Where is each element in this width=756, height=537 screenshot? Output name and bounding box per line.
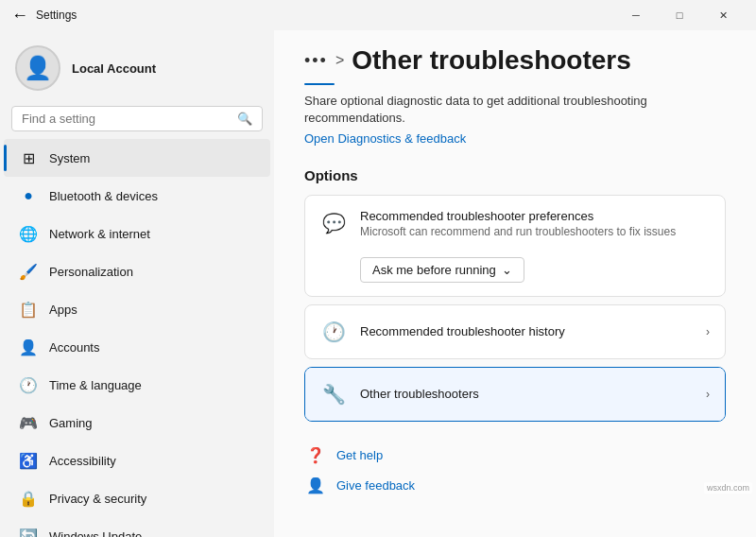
nav-system-label: System	[49, 151, 90, 165]
other-icon: 🔧	[320, 381, 347, 407]
card-other: 🔧 Other troubleshooters ›	[304, 367, 726, 422]
nav-personalization-label: Personalization	[49, 265, 133, 279]
preferences-title: Recommended troubleshooter preferences	[360, 209, 710, 223]
options-title: Options	[304, 167, 726, 183]
history-chevron-icon: ›	[706, 325, 710, 338]
give-feedback-item[interactable]: 👤 Give feedback	[304, 475, 726, 497]
network-icon: 🌐	[19, 224, 38, 243]
preferences-icon: 💬	[320, 210, 347, 236]
history-title: Recommended troubleshooter history	[360, 324, 693, 338]
nav-accounts-label: Accounts	[49, 340, 99, 355]
privacy-icon: 🔒	[19, 489, 38, 508]
card-history-row[interactable]: 🕐 Recommended troubleshooter history ›	[305, 305, 725, 358]
get-help-link[interactable]: Get help	[336, 448, 383, 462]
dropdown-chevron-icon: ⌄	[502, 263, 512, 277]
nav-privacy-label: Privacy & security	[49, 492, 146, 506]
card-preferences: 💬 Recommended troubleshooter preferences…	[304, 195, 726, 297]
breadcrumb-arrow: >	[335, 52, 344, 69]
give-feedback-link[interactable]: Give feedback	[336, 478, 415, 493]
nav-windows-update-label: Windows Update	[49, 529, 142, 538]
dropdown-value: Ask me before running	[372, 263, 496, 277]
nav-apps[interactable]: 📋 Apps	[4, 290, 270, 328]
nav-time[interactable]: 🕐 Time & language	[4, 366, 270, 404]
title-bar-title: Settings	[36, 9, 77, 22]
nav-gaming-label: Gaming	[49, 416, 93, 430]
bluetooth-icon: ●	[19, 186, 38, 205]
windows-update-icon: 🔄	[19, 527, 38, 537]
title-bar-controls: ─ □ ✕	[614, 0, 745, 30]
search-input[interactable]	[22, 112, 230, 126]
preferences-dropdown[interactable]: Ask me before running ⌄	[360, 257, 524, 283]
description-text: Share optional diagnostic data to get ad…	[304, 94, 647, 125]
other-title: Other troubleshooters	[360, 387, 693, 401]
history-text: Recommended troubleshooter history	[360, 324, 693, 338]
nav-time-label: Time & language	[49, 378, 142, 392]
nav-apps-label: Apps	[49, 303, 77, 317]
get-help-item[interactable]: ❓ Get help	[304, 444, 726, 467]
nav-bluetooth-label: Bluetooth & devices	[49, 189, 158, 203]
card-other-row[interactable]: 🔧 Other troubleshooters ›	[305, 368, 725, 421]
footer-links: ❓ Get help 👤 Give feedback	[274, 429, 756, 497]
other-text: Other troubleshooters	[360, 387, 693, 401]
nav-personalization[interactable]: 🖌️ Personalization	[4, 252, 270, 290]
nav-accounts[interactable]: 👤 Accounts	[4, 328, 270, 366]
nav-accessibility-label: Accessibility	[49, 454, 116, 468]
content-description: Share optional diagnostic data to get ad…	[274, 93, 756, 152]
accessibility-icon: ♿	[19, 451, 38, 470]
avatar-icon: 👤	[24, 55, 52, 81]
give-feedback-icon: 👤	[304, 475, 327, 497]
user-name: Local Account	[72, 61, 156, 76]
options-section: Options 💬 Recommended troubleshooter pre…	[274, 152, 756, 422]
breadcrumb-dots: •••	[304, 51, 328, 71]
avatar: 👤	[15, 45, 60, 91]
diagnostics-link[interactable]: Open Diagnostics & feedback	[304, 130, 466, 147]
maximize-button[interactable]: □	[658, 0, 701, 30]
content-area: ••• > Other troubleshooters Share option…	[274, 30, 756, 537]
get-help-icon: ❓	[304, 444, 327, 467]
search-icon: 🔍	[237, 112, 252, 126]
card-history: 🕐 Recommended troubleshooter history ›	[304, 304, 726, 359]
preferences-dropdown-row: Ask me before running ⌄	[305, 251, 725, 296]
other-chevron-icon: ›	[706, 388, 710, 401]
nav-accessibility[interactable]: ♿ Accessibility	[4, 442, 270, 479]
back-button[interactable]: ←	[11, 6, 28, 26]
header-accent-line	[304, 83, 726, 85]
watermark: wsxdn.com	[704, 482, 752, 494]
nav-network[interactable]: 🌐 Network & internet	[4, 215, 270, 252]
accounts-icon: 👤	[19, 338, 38, 356]
time-icon: 🕐	[19, 375, 38, 394]
personalization-icon: 🖌️	[19, 262, 38, 281]
minimize-button[interactable]: ─	[614, 0, 658, 30]
apps-icon: 📋	[19, 300, 38, 319]
nav-gaming[interactable]: 🎮 Gaming	[4, 404, 270, 442]
content-wrapper: ••• > Other troubleshooters Share option…	[274, 30, 756, 497]
nav-windows-update[interactable]: 🔄 Windows Update	[4, 517, 270, 537]
nav-bluetooth[interactable]: ● Bluetooth & devices	[4, 177, 270, 215]
nav-network-label: Network & internet	[49, 227, 150, 241]
search-box[interactable]: 🔍	[11, 106, 263, 131]
preferences-text: Recommended troubleshooter preferences M…	[360, 209, 710, 238]
gaming-icon: 🎮	[19, 413, 38, 432]
nav-privacy[interactable]: 🔒 Privacy & security	[4, 479, 270, 517]
preferences-subtitle: Microsoft can recommend and run troubles…	[360, 225, 710, 238]
title-bar-left: ← Settings	[11, 6, 77, 26]
card-preferences-row[interactable]: 💬 Recommended troubleshooter preferences…	[305, 196, 725, 251]
sidebar: 👤 Local Account 🔍 ⊞ System ● Bluetooth &…	[0, 30, 274, 537]
accent-divider	[304, 83, 335, 85]
user-section[interactable]: 👤 Local Account	[0, 30, 274, 102]
close-button[interactable]: ✕	[701, 0, 745, 30]
app-container: 👤 Local Account 🔍 ⊞ System ● Bluetooth &…	[0, 30, 756, 537]
nav-system[interactable]: ⊞ System	[4, 139, 270, 177]
history-icon: 🕐	[320, 319, 347, 345]
title-bar: ← Settings ─ □ ✕	[0, 0, 756, 30]
system-icon: ⊞	[19, 148, 38, 167]
content-header: ••• > Other troubleshooters	[274, 30, 756, 83]
page-title: Other troubleshooters	[352, 45, 631, 76]
